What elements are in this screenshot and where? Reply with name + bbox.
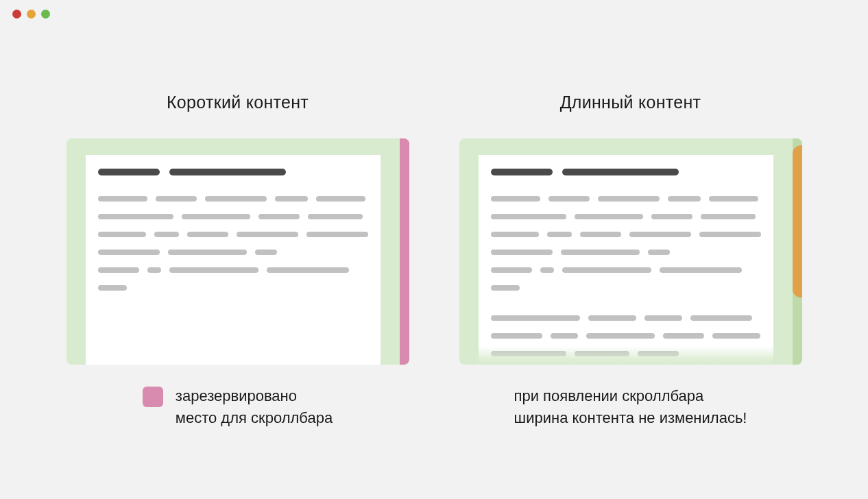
close-icon[interactable] [12, 10, 21, 19]
text-segment [154, 232, 179, 237]
text-segment [575, 214, 643, 219]
text-segment [491, 333, 542, 339]
mock-paragraph [98, 196, 368, 291]
text-segment [491, 315, 580, 321]
text-segment [306, 232, 368, 237]
text-segment [98, 232, 146, 237]
text-row [491, 267, 761, 273]
text-segment [168, 250, 247, 255]
text-segment [98, 196, 147, 202]
text-segment [709, 196, 758, 202]
text-row [98, 196, 368, 202]
window-left-padding [67, 138, 86, 365]
right-column: Длинный контент [458, 93, 803, 429]
text-segment [580, 232, 621, 237]
window-content-long [479, 155, 773, 365]
zoom-icon[interactable] [41, 10, 50, 19]
left-column-title: Короткий контент [167, 93, 309, 112]
text-segment [255, 250, 277, 255]
text-segment [308, 214, 363, 219]
text-segment [701, 214, 756, 219]
text-row [491, 196, 761, 202]
right-caption: при появлении скроллбара ширина контента… [514, 385, 747, 429]
reserved-color-swatch [143, 387, 163, 407]
text-segment [187, 232, 228, 237]
text-segment [699, 232, 761, 237]
text-row [98, 250, 368, 255]
text-segment [629, 232, 691, 237]
text-segment [98, 214, 173, 219]
text-segment [690, 315, 752, 321]
left-caption: зарезервировано место для скроллбара [143, 385, 333, 429]
text-segment [586, 333, 655, 339]
text-segment [663, 333, 704, 339]
scrollbar-thumb[interactable] [793, 145, 802, 297]
text-row [491, 333, 761, 339]
mock-window-long [459, 138, 802, 365]
text-row [491, 285, 761, 291]
mock-paragraph [491, 196, 761, 356]
text-segment [147, 267, 161, 273]
text-segment [660, 267, 742, 273]
text-segment [547, 232, 572, 237]
mock-heading [98, 169, 368, 175]
text-segment [491, 196, 540, 202]
text-segment [491, 232, 539, 237]
text-row [491, 315, 761, 321]
text-segment [648, 250, 670, 255]
text-row [491, 250, 761, 255]
text-row [98, 267, 368, 273]
text-segment [98, 285, 127, 291]
text-segment [169, 267, 258, 273]
scrollbar-reserved-gutter [400, 138, 409, 365]
right-column-title: Длинный контент [560, 93, 701, 112]
text-segment [551, 333, 578, 339]
text-segment [182, 214, 250, 219]
left-column: Короткий контент [65, 93, 410, 429]
text-segment [98, 267, 139, 273]
text-segment [651, 214, 692, 219]
text-segment [588, 315, 636, 321]
window-right-padding [773, 138, 793, 365]
text-row [491, 351, 761, 356]
text-segment [644, 315, 682, 321]
text-segment [540, 267, 554, 273]
heading-segment [169, 169, 286, 175]
text-segment [548, 196, 590, 202]
text-segment [205, 196, 267, 202]
left-caption-text: зарезервировано место для скроллбара [176, 385, 333, 429]
scrollbar-track[interactable] [793, 138, 802, 365]
window-traffic-lights [12, 10, 50, 19]
window-left-padding [459, 138, 479, 365]
text-segment [156, 196, 197, 202]
text-segment [491, 267, 532, 273]
right-caption-text: при появлении скроллбара ширина контента… [514, 385, 747, 429]
text-segment [275, 196, 308, 202]
text-segment [491, 351, 566, 356]
text-row [491, 232, 761, 237]
text-segment [258, 214, 300, 219]
text-row [98, 285, 368, 291]
text-segment [491, 214, 566, 219]
text-segment [712, 333, 760, 339]
text-segment [98, 250, 160, 255]
text-segment [638, 351, 679, 356]
diagram-main: Короткий контент [65, 93, 803, 429]
text-row [98, 214, 368, 219]
minimize-icon[interactable] [27, 10, 36, 19]
text-segment [561, 250, 640, 255]
text-segment [491, 250, 553, 255]
text-row [491, 214, 761, 219]
text-row [98, 232, 368, 237]
heading-segment [562, 169, 679, 175]
heading-segment [98, 169, 160, 175]
text-segment [491, 285, 520, 291]
heading-segment [491, 169, 553, 175]
text-segment [267, 267, 349, 273]
text-segment [598, 196, 660, 202]
mock-window-short [67, 138, 409, 365]
window-right-padding [381, 138, 400, 365]
window-content-short [86, 155, 381, 365]
text-segment [575, 351, 629, 356]
text-segment [562, 267, 651, 273]
